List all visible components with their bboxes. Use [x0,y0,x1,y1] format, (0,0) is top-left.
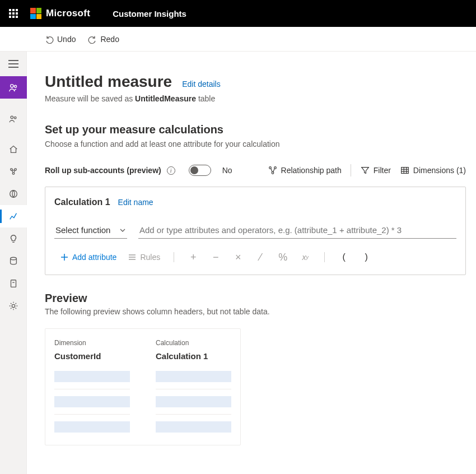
preview-col-value: CustomerId [54,351,130,361]
svg-point-15 [12,304,15,307]
app-launcher-icon[interactable] [9,9,18,18]
relationship-path-icon [268,165,278,175]
rules-label: Rules [140,253,160,262]
info-icon[interactable]: i [167,166,175,175]
op-divide[interactable]: ∕ [249,249,272,266]
nav-admin[interactable] [0,295,27,317]
svg-rect-13 [11,280,16,287]
svg-point-17 [274,167,276,169]
divider [174,252,174,262]
brand-text: Microsoft [46,8,90,19]
preview-card: Dimension CustomerId Calculation Calcula… [45,328,241,445]
save-info-prefix: Measure will be saved as [45,94,135,103]
divider [324,252,325,262]
preview-description: The following preview shows column heade… [45,307,466,316]
command-row: Undo Redo [0,27,476,52]
nav-home[interactable] [0,138,27,160]
svg-point-18 [272,172,274,174]
op-plus[interactable]: + [182,249,204,266]
rollup-toggle[interactable] [189,165,211,176]
add-attribute-button[interactable]: Add attribute [54,249,122,265]
nav-exports[interactable] [0,272,27,295]
skeleton-cell [156,371,231,382]
svg-point-9 [12,173,15,175]
calculation-name: Calculation 1 [54,197,110,207]
svg-point-7 [10,169,12,171]
main-content: Untitled measure Edit details Measure wi… [27,52,476,474]
rules-icon [128,253,137,262]
rules-button[interactable]: Rules [122,249,166,265]
page-title: Untitled measure [45,73,172,91]
nav-enrichment[interactable] [0,183,27,205]
attribute-expression-input[interactable] [138,222,456,239]
skeleton-cell [156,421,231,433]
op-power[interactable]: xy [294,249,316,266]
svg-point-5 [11,116,13,119]
filter-button[interactable]: Filter [360,165,391,175]
dimensions-label: Dimensions (1) [413,166,466,175]
save-info-suffix: table [196,94,215,103]
skeleton-cell [54,396,130,407]
op-multiply[interactable]: × [227,249,249,266]
nav-audience[interactable] [0,76,27,99]
section-description: Choose a function and add at least one a… [45,140,466,148]
nav-rail [0,52,27,474]
undo-label: Undo [57,35,76,44]
microsoft-logo: Microsoft [30,8,90,19]
divider [351,164,351,176]
app-name: Customer Insights [113,9,186,18]
nav-segments[interactable] [0,160,27,183]
op-open-paren[interactable]: ( [333,249,355,266]
preview-heading: Preview [45,292,466,305]
edit-name-link[interactable]: Edit name [118,198,153,207]
svg-point-4 [14,85,16,87]
dimensions-icon [400,165,410,175]
edit-details-link[interactable]: Edit details [182,80,220,89]
skeleton-cell [156,396,231,407]
select-function-label: Select function [55,225,110,235]
top-bar: Microsoft Customer Insights [0,0,476,27]
chevron-down-icon [119,227,126,234]
redo-icon [88,35,97,44]
undo-icon [45,35,54,44]
svg-point-10 [10,190,17,198]
select-function-dropdown[interactable]: Select function [54,222,127,239]
filter-icon [360,165,370,175]
filter-label: Filter [374,166,391,175]
dimensions-button[interactable]: Dimensions (1) [400,165,466,175]
skeleton-cell [54,371,130,382]
expand-nav-button[interactable] [0,52,26,76]
relationship-path-label: Relationship path [281,166,342,175]
svg-rect-19 [402,168,409,174]
relationship-path-button[interactable]: Relationship path [268,165,342,175]
microsoft-icon [30,8,41,19]
svg-point-8 [14,169,16,171]
expression-toolbar: Add attribute Rules + − × ∕ % xy ( ) [54,249,456,266]
save-info: Measure will be saved as UntitledMeasure… [45,94,466,103]
svg-point-16 [269,167,271,169]
rollup-state: No [222,166,232,175]
svg-point-12 [10,257,16,260]
redo-label: Redo [100,35,119,44]
op-close-paren[interactable]: ) [355,249,377,266]
add-attribute-label: Add attribute [72,253,116,262]
nav-measures[interactable] [0,205,27,227]
preview-col-label: Dimension [54,339,130,347]
save-info-name: UntitledMeasure [135,94,196,103]
section-heading: Set up your measure calculations [45,123,466,136]
calculation-card: Calculation 1 Edit name Select function … [45,187,466,275]
preview-col-label: Calculation [156,339,231,347]
skeleton-cell [54,421,130,433]
redo-button[interactable]: Redo [88,35,119,44]
rollup-label: Roll up sub-accounts (preview) [45,166,161,175]
svg-point-6 [14,117,16,119]
undo-button[interactable]: Undo [45,35,76,44]
nav-intelligence[interactable] [0,227,27,250]
nav-customers[interactable] [0,108,27,130]
plus-icon [60,253,69,262]
preview-col-value: Calculation 1 [156,351,231,361]
nav-data[interactable] [0,250,27,272]
op-minus[interactable]: − [204,249,227,266]
op-percent[interactable]: % [272,249,294,266]
svg-point-3 [10,85,13,87]
